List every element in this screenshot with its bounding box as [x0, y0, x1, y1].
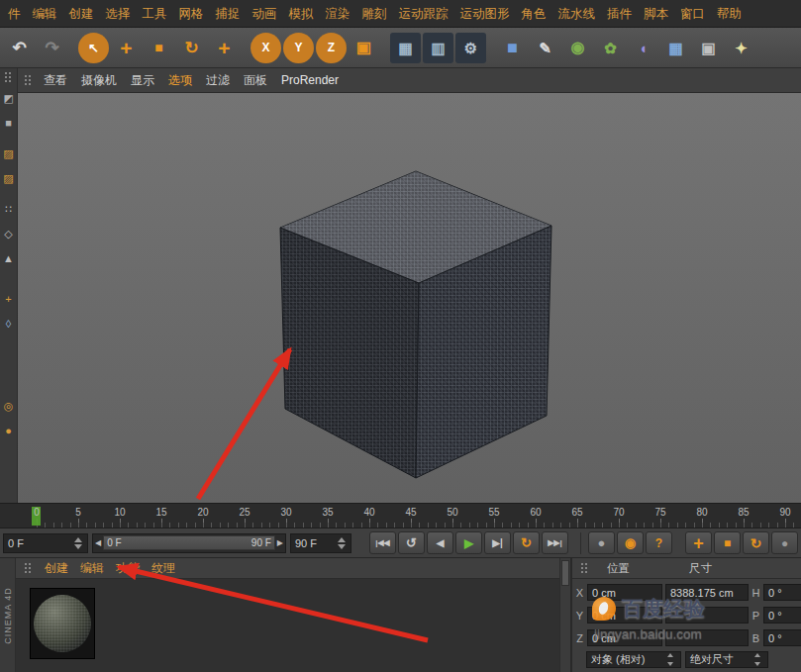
spline-pen-icon[interactable]: ✎ — [530, 33, 560, 63]
last-used-tool[interactable]: + — [209, 33, 240, 63]
deformer-icon[interactable]: ◖ — [628, 33, 658, 63]
undo-icon[interactable]: ↶ — [4, 33, 35, 63]
texture-mode-icon[interactable]: ▨ — [1, 146, 16, 161]
mograph-icon[interactable]: ✿ — [595, 33, 626, 63]
menu-item[interactable]: 动画 — [247, 0, 283, 28]
material-panel-grip[interactable] — [24, 562, 33, 575]
material-menu-item[interactable]: 创建 — [39, 560, 74, 577]
current-frame-spinner[interactable]: 0 F — [3, 533, 88, 553]
preview-range-slider[interactable]: ◀ 0 F 90 F ▶ — [92, 533, 286, 553]
viewport-grip[interactable] — [24, 74, 33, 87]
menu-item[interactable]: 角色 — [516, 0, 552, 28]
polygon-mode-icon[interactable]: ▲ — [1, 251, 16, 266]
subdivision-surface-icon[interactable]: ◉ — [562, 33, 593, 63]
menu-item[interactable]: 编辑 — [27, 0, 63, 28]
menu-item[interactable]: 插件 — [601, 0, 638, 28]
menu-item[interactable]: 创建 — [63, 0, 100, 28]
range-right-arrow-icon[interactable]: ▶ — [275, 538, 285, 547]
record-rotation-toggle[interactable]: ↻ — [743, 531, 769, 554]
record-scale-toggle[interactable]: ■ — [714, 531, 741, 554]
viewport-menu-item[interactable]: 摄像机 — [74, 72, 124, 89]
rotation-field[interactable]: 0 ° — [763, 607, 801, 624]
redo-icon[interactable]: ↷ — [37, 33, 67, 63]
viewport-menu-item[interactable]: 显示 — [124, 72, 161, 89]
material-list[interactable] — [16, 579, 570, 672]
point-mode-icon[interactable]: ∷ — [1, 202, 16, 217]
range-left-arrow-icon[interactable]: ◀ — [93, 538, 103, 547]
goto-end-button[interactable]: ▶▶| — [542, 531, 568, 554]
position-field[interactable]: 0 cm — [587, 629, 662, 646]
end-frame-spinner[interactable]: 90 F — [290, 533, 351, 553]
scale-tool[interactable]: ■ — [144, 33, 174, 63]
edit-render-settings-icon[interactable]: ⚙ — [455, 33, 486, 63]
menu-item[interactable]: 渲染 — [320, 0, 356, 28]
axis-mode-icon[interactable]: + — [1, 292, 16, 307]
record-keyframe-button[interactable]: ● — [588, 531, 615, 554]
previous-frame-button[interactable]: ◀ — [427, 531, 453, 554]
position-field[interactable]: 0 cm — [587, 584, 662, 601]
convert-to-editable-icon[interactable]: ◩ — [1, 91, 16, 106]
texture-axis-mode-icon[interactable]: ▨ — [1, 171, 16, 186]
preview-range-thumb[interactable]: 0 F 90 F — [103, 535, 275, 550]
menu-item[interactable]: 捕捉 — [210, 0, 247, 28]
menu-item[interactable]: 帮助 — [711, 0, 748, 28]
material-menu-item[interactable]: 编辑 — [74, 560, 110, 577]
keyframe-selection-button[interactable]: ? — [646, 531, 672, 554]
snap-icon[interactable]: ◎ — [1, 399, 16, 414]
material-menu-item[interactable]: 功能 — [110, 560, 146, 577]
menu-item[interactable]: 脚本 — [638, 0, 674, 28]
lock-workplane-icon[interactable]: ● — [1, 424, 16, 438]
record-position-toggle[interactable]: + — [685, 531, 712, 554]
menu-item[interactable]: 网格 — [173, 0, 210, 28]
camera-icon[interactable]: ▣ — [693, 33, 724, 63]
viewport-menu-item[interactable]: 面板 — [237, 72, 274, 89]
viewport-menu-item[interactable]: 查看 — [37, 72, 74, 89]
lock-z-axis-button[interactable]: Z — [316, 33, 347, 63]
palette-grip[interactable] — [4, 71, 13, 84]
render-view-icon[interactable]: ▦ — [390, 33, 421, 63]
size-field[interactable]: 8388.175 cm — [665, 584, 749, 601]
size-field[interactable] — [665, 607, 749, 624]
material-scrollbar-thumb[interactable] — [561, 560, 569, 586]
menu-item[interactable]: 工具 — [137, 0, 173, 28]
viewport-menu-item[interactable]: 选项 — [161, 72, 199, 89]
menu-item[interactable]: 流水线 — [552, 0, 602, 28]
size-mode-dropdown[interactable]: 绝对尺寸 — [685, 651, 768, 668]
cube-primitive-icon[interactable]: ■ — [497, 33, 528, 63]
cube-object[interactable] — [18, 93, 801, 503]
timeline-ruler[interactable]: 0 5 10 15 20 25 30 35 40 45 50 55 — [0, 503, 801, 528]
lock-y-axis-button[interactable]: Y — [283, 33, 314, 63]
move-tool[interactable]: + — [111, 33, 142, 63]
rotation-field[interactable]: 0 ° — [763, 584, 801, 601]
rotate-tool[interactable]: ↻ — [176, 33, 207, 63]
viewport-menu-item[interactable]: 过滤 — [199, 72, 237, 89]
material-scrollbar[interactable] — [559, 558, 570, 672]
render-picture-viewer-icon[interactable]: ▥ — [423, 33, 453, 63]
material-thumbnail[interactable] — [30, 588, 95, 659]
live-selection-tool[interactable]: ↖ — [78, 33, 109, 63]
viewport-3d[interactable] — [18, 93, 801, 503]
menu-item[interactable]: 运动图形 — [454, 0, 516, 28]
model-mode-icon[interactable]: ■ — [1, 116, 16, 131]
menu-item[interactable]: 运动跟踪 — [393, 0, 454, 28]
spinner-arrows-icon[interactable] — [74, 536, 83, 550]
spinner-arrows-icon[interactable] — [338, 536, 347, 550]
lock-x-axis-button[interactable]: X — [250, 33, 281, 63]
play-backward-button[interactable]: ↺ — [398, 531, 425, 554]
play-forward-button[interactable]: ▶ — [455, 531, 482, 554]
position-field[interactable]: 0 cm — [587, 607, 662, 624]
material-menu-item[interactable]: 纹理 — [146, 560, 181, 577]
edge-mode-icon[interactable]: ◇ — [1, 227, 16, 241]
record-parameter-toggle[interactable]: ● — [771, 531, 798, 554]
menu-item[interactable]: 选择 — [100, 0, 137, 28]
autokey-button[interactable]: ◉ — [617, 531, 644, 554]
goto-start-button[interactable]: |◀◀ — [369, 531, 396, 554]
coordinates-panel-grip[interactable] — [580, 562, 589, 575]
light-icon[interactable]: ✦ — [726, 33, 756, 63]
loop-playback-button[interactable]: ↻ — [513, 531, 540, 554]
rotation-field[interactable]: 0 ° — [763, 629, 801, 646]
coordinate-mode-dropdown[interactable]: 对象 (相对) — [586, 651, 681, 668]
menu-item[interactable]: 模拟 — [283, 0, 320, 28]
menu-item[interactable]: 件 — [2, 0, 27, 28]
menu-item[interactable]: 雕刻 — [356, 0, 393, 28]
